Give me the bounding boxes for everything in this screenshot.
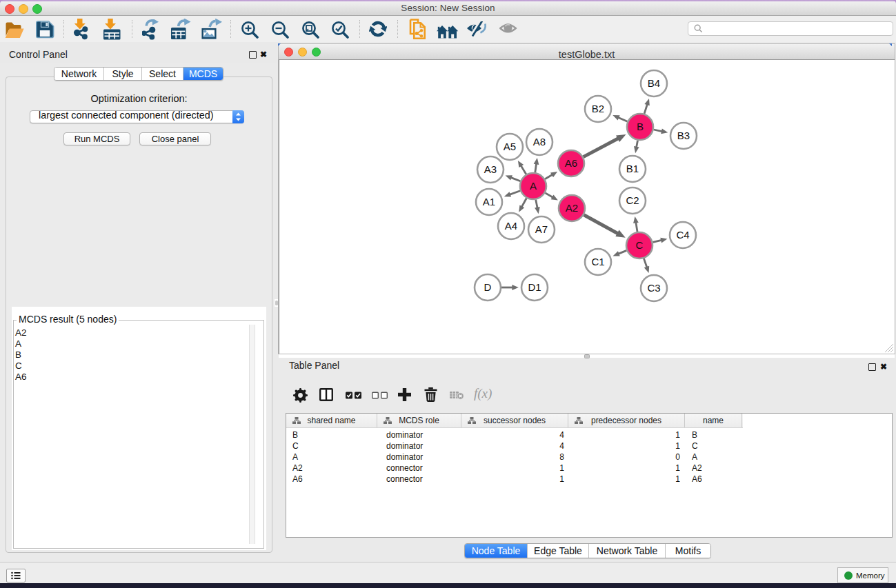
- svg-text:C: C: [636, 239, 644, 251]
- svg-text:A: A: [530, 180, 537, 192]
- svg-text:C4: C4: [676, 229, 689, 241]
- svg-text:D: D: [484, 281, 492, 293]
- svg-text:A3: A3: [484, 163, 497, 175]
- svg-text:B4: B4: [648, 77, 660, 89]
- svg-text:B2: B2: [592, 103, 604, 114]
- svg-text:A5: A5: [504, 141, 516, 152]
- svg-text:A8: A8: [533, 136, 546, 148]
- svg-text:C1: C1: [591, 256, 604, 267]
- svg-text:A4: A4: [505, 220, 517, 232]
- svg-text:C2: C2: [626, 194, 639, 206]
- svg-text:A7: A7: [535, 223, 548, 235]
- svg-text:A6: A6: [565, 157, 577, 169]
- svg-text:D1: D1: [528, 281, 541, 293]
- svg-text:A1: A1: [483, 196, 495, 207]
- svg-text:C3: C3: [647, 282, 660, 294]
- svg-text:A2: A2: [566, 202, 578, 214]
- svg-text:B1: B1: [626, 163, 639, 174]
- svg-text:B3: B3: [677, 130, 690, 141]
- svg-text:B: B: [637, 121, 644, 132]
